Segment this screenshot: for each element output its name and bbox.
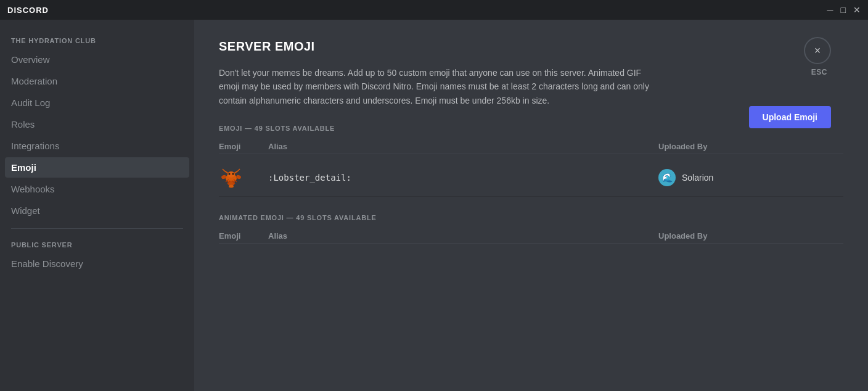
- svg-line-5: [238, 169, 240, 171]
- alias-col-header: Alias: [268, 142, 658, 151]
- svg-point-11: [232, 173, 234, 175]
- svg-point-9: [229, 185, 234, 188]
- animated-alias-col-header: Alias: [268, 231, 658, 241]
- sidebar-item-label: Roles: [11, 119, 35, 130]
- server-section-title: THE HYDRATION CLUB: [5, 32, 189, 47]
- sidebar-item-label: Audit Log: [11, 97, 50, 108]
- minimize-button[interactable]: ─: [827, 6, 833, 14]
- sidebar-item-webhooks[interactable]: Webhooks: [5, 179, 189, 199]
- sidebar-divider: [11, 228, 183, 229]
- uploaded-by-col-header: Uploaded By: [658, 142, 843, 151]
- sidebar-item-label: Widget: [11, 205, 40, 216]
- public-section-title: PUBLIC SERVER: [5, 236, 189, 251]
- uploader-info: 🌊 Solarion: [658, 169, 843, 186]
- sidebar-item-label: Emoji: [11, 162, 36, 173]
- emoji-alias: :Lobster_detail:: [268, 173, 658, 183]
- main-layout: THE HYDRATION CLUB Overview Moderation A…: [0, 20, 868, 391]
- page-description: Don't let your memes be dreams. Add up t…: [219, 66, 650, 107]
- sidebar-item-moderation[interactable]: Moderation: [5, 71, 189, 91]
- sidebar-item-roles[interactable]: Roles: [5, 114, 189, 134]
- sidebar-item-label: Overview: [11, 54, 50, 65]
- svg-point-10: [229, 173, 231, 175]
- svg-line-2: [224, 171, 228, 173]
- sidebar-item-integrations[interactable]: Integrations: [5, 136, 189, 156]
- emoji-table-header: Emoji Alias Uploaded By: [219, 139, 843, 154]
- content-area: × ESC SERVER EMOJI Don't let your memes …: [194, 20, 868, 391]
- sidebar-item-label: Integrations: [11, 141, 59, 151]
- animated-table-header: Emoji Alias Uploaded By: [219, 229, 843, 244]
- esc-label: ESC: [811, 68, 827, 76]
- lobster-icon: [219, 166, 243, 189]
- table-row: :Lobster_detail: 🌊 Solarion: [219, 159, 843, 197]
- emoji-preview: [219, 165, 244, 190]
- titlebar: DISCORD ─ □ ✕: [0, 0, 868, 20]
- svg-point-1: [227, 171, 235, 178]
- close-icon: ×: [814, 44, 821, 57]
- svg-line-3: [223, 169, 224, 171]
- uploader-name: Solarion: [682, 173, 713, 183]
- app-brand: DISCORD: [7, 6, 49, 15]
- close-dialog-button[interactable]: ×: [804, 37, 831, 64]
- window-controls: ─ □ ✕: [827, 6, 861, 14]
- animated-section: ANIMATED EMOJI — 49 SLOTS AVAILABLE Emoj…: [219, 214, 843, 244]
- sidebar-item-emoji[interactable]: Emoji: [5, 157, 189, 178]
- sidebar-item-label: Enable Discovery: [11, 258, 83, 269]
- sidebar-item-enable-discovery[interactable]: Enable Discovery: [5, 253, 189, 274]
- sidebar-item-label: Moderation: [11, 76, 57, 86]
- sidebar-item-label: Webhooks: [11, 184, 55, 194]
- avatar-icon: 🌊: [662, 173, 673, 183]
- animated-emoji-col-header: Emoji: [219, 231, 268, 241]
- page-title: SERVER EMOJI: [219, 39, 843, 54]
- sidebar: THE HYDRATION CLUB Overview Moderation A…: [0, 20, 194, 391]
- avatar: 🌊: [658, 169, 676, 186]
- sidebar-item-audit-log[interactable]: Audit Log: [5, 93, 189, 113]
- svg-line-4: [234, 171, 238, 173]
- close-window-button[interactable]: ✕: [853, 6, 861, 14]
- emoji-col-header: Emoji: [219, 142, 268, 151]
- maximize-button[interactable]: □: [841, 6, 846, 14]
- upload-emoji-button[interactable]: Upload Emoji: [749, 106, 831, 128]
- animated-emoji-section-header: ANIMATED EMOJI — 49 SLOTS AVAILABLE: [219, 214, 843, 221]
- sidebar-item-widget[interactable]: Widget: [5, 200, 189, 221]
- sidebar-item-overview[interactable]: Overview: [5, 49, 189, 70]
- animated-uploaded-by-col-header: Uploaded By: [658, 231, 843, 241]
